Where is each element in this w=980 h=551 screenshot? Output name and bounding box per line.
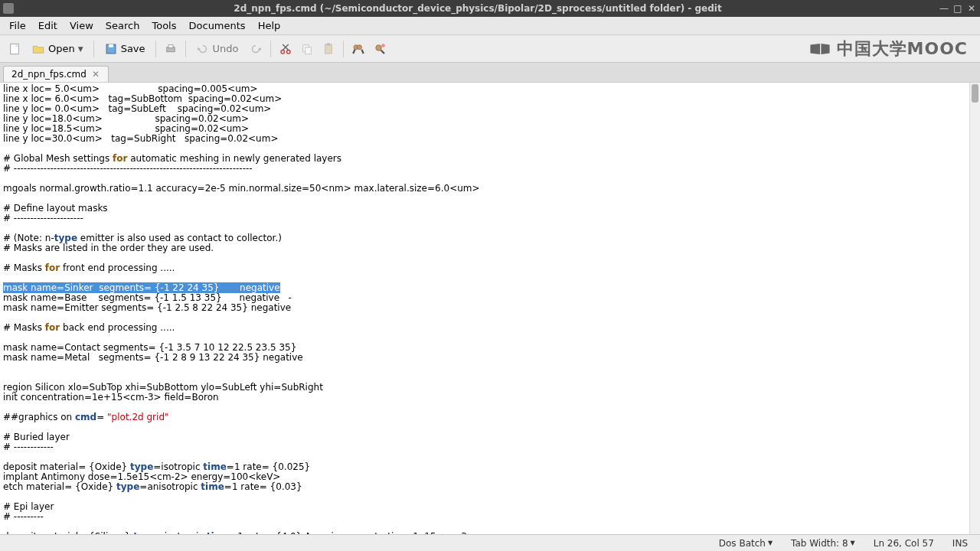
menu-tools[interactable]: Tools: [145, 18, 182, 33]
separator: [93, 41, 94, 57]
menu-search[interactable]: Search: [100, 18, 146, 33]
status-tabwidth[interactable]: Tab Width: 8▼: [786, 538, 860, 549]
chevron-down-icon: ▼: [768, 540, 773, 546]
undo-label: Undo: [213, 43, 239, 54]
svg-point-17: [357, 44, 361, 49]
svg-point-22: [381, 44, 385, 47]
chevron-down-icon: ▼: [78, 45, 83, 53]
svg-point-20: [375, 44, 381, 51]
minimize-icon[interactable]: —: [939, 3, 949, 14]
svg-rect-3: [109, 44, 113, 47]
watermark-icon: [809, 42, 831, 56]
paste-button[interactable]: [318, 39, 338, 59]
watermark-text: 中国大学MOOC: [837, 37, 968, 60]
scrollbar[interactable]: [969, 83, 980, 534]
tabbar: 2d_npn_fps.cmd ✕: [0, 63, 980, 83]
svg-rect-14: [325, 44, 332, 54]
app-icon: [3, 3, 14, 14]
menu-documents[interactable]: Documents: [183, 18, 252, 33]
copy-button[interactable]: [297, 39, 317, 59]
statusbar: Dos Batch▼ Tab Width: 8▼ Ln 26, Col 57 I…: [0, 534, 980, 551]
code-content[interactable]: line x loc= 5.0<um> spacing=0.005<um> li…: [0, 83, 969, 534]
chevron-down-icon: ▼: [851, 540, 855, 546]
separator: [185, 41, 186, 57]
svg-point-9: [286, 50, 290, 54]
menu-help[interactable]: Help: [252, 18, 287, 33]
svg-point-8: [281, 50, 285, 54]
separator: [343, 41, 344, 57]
separator: [270, 41, 271, 57]
maximize-icon[interactable]: □: [952, 3, 963, 14]
close-icon[interactable]: ✕: [966, 3, 977, 14]
status-insert-mode[interactable]: INS: [948, 538, 972, 549]
scrollbar-thumb[interactable]: [972, 84, 978, 103]
find-button[interactable]: [348, 39, 368, 59]
open-button[interactable]: Open▼: [26, 39, 89, 59]
svg-line-19: [361, 49, 363, 53]
svg-line-21: [381, 50, 384, 54]
titlebar: 2d_npn_fps.cmd (~/Semiconductor_device_p…: [0, 0, 980, 17]
menu-view[interactable]: View: [64, 18, 100, 33]
redo-button[interactable]: [246, 39, 266, 59]
tab-label: 2d_npn_fps.cmd: [11, 69, 87, 80]
editor[interactable]: line x loc= 5.0<um> spacing=0.005<um> li…: [0, 83, 980, 534]
replace-button[interactable]: [370, 39, 390, 59]
window-title: 2d_npn_fps.cmd (~/Semiconductor_device_p…: [20, 3, 936, 14]
menu-file[interactable]: File: [3, 18, 32, 33]
new-button[interactable]: [5, 39, 24, 59]
status-position: Ln 26, Col 57: [869, 538, 939, 549]
svg-rect-15: [326, 43, 330, 45]
menu-edit[interactable]: Edit: [32, 18, 64, 33]
save-button[interactable]: Save: [99, 39, 151, 59]
selected-line: mask name=Sinker segments= {-1 22 24 35}…: [3, 282, 280, 293]
undo-button[interactable]: Undo: [191, 39, 244, 59]
status-language[interactable]: Dos Batch▼: [714, 538, 777, 549]
file-tab[interactable]: 2d_npn_fps.cmd ✕: [3, 66, 109, 82]
toolbar: Open▼ Save Undo 中国大学MOOC: [0, 35, 980, 63]
save-label: Save: [121, 43, 145, 54]
menubar: File Edit View Search Tools Documents He…: [0, 17, 980, 35]
open-label: Open: [48, 43, 75, 54]
tab-close-icon[interactable]: ✕: [91, 70, 100, 79]
cut-button[interactable]: [276, 39, 296, 59]
watermark: 中国大学MOOC: [809, 37, 968, 60]
svg-rect-5: [168, 44, 173, 47]
svg-line-18: [353, 49, 354, 53]
separator: [155, 41, 156, 57]
svg-rect-0: [11, 44, 19, 54]
print-button[interactable]: [161, 39, 181, 59]
svg-rect-13: [305, 47, 311, 54]
